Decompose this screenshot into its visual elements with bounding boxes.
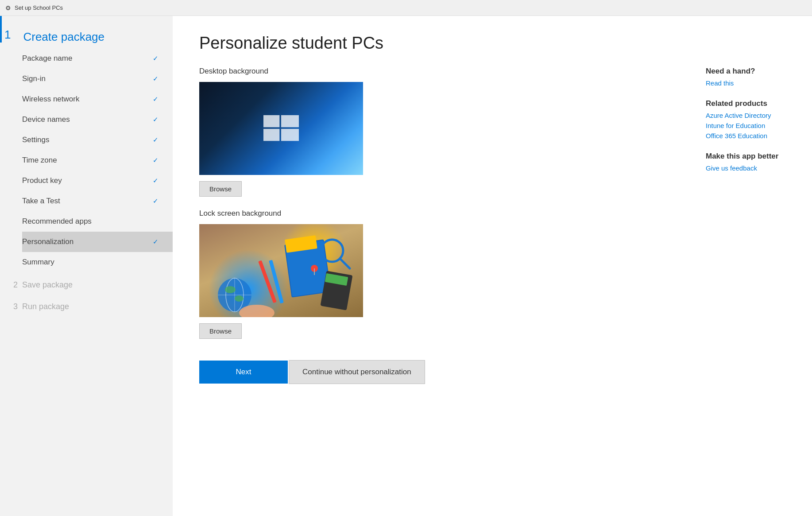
step3-label: Run package	[22, 302, 69, 311]
sidebar: 1 Create package Package name ✓ Sign-in …	[0, 16, 173, 516]
svg-point-17	[235, 295, 244, 302]
lock-bg-items-icon	[199, 224, 363, 317]
step2-header: 2 Save package	[0, 272, 173, 294]
step1-label: Create package	[14, 26, 104, 44]
sidebar-item-sign-in[interactable]: Sign-in ✓	[22, 69, 173, 89]
main-left: Desktop background	[199, 67, 679, 498]
sidebar-item-product-key[interactable]: Product key ✓	[22, 171, 173, 191]
svg-rect-19	[314, 268, 315, 275]
need-a-hand-title: Need a hand?	[706, 67, 785, 76]
app-body: 1 Create package Package name ✓ Sign-in …	[0, 16, 812, 516]
read-this-link[interactable]: Read this	[706, 79, 785, 87]
check-icon-device-names: ✓	[153, 116, 159, 124]
sidebar-item-summary[interactable]: Summary	[22, 252, 173, 272]
check-icon-wireless-network: ✓	[153, 95, 159, 103]
sidebar-item-time-zone[interactable]: Time zone ✓	[22, 150, 173, 171]
content-area: Desktop background	[199, 67, 785, 498]
step2-label: Save package	[22, 280, 73, 290]
lock-bg-image	[199, 224, 363, 317]
related-products-title: Related products	[706, 99, 785, 108]
sidebar-item-wireless-network[interactable]: Wireless network ✓	[22, 89, 173, 109]
sidebar-item-take-a-test[interactable]: Take a Test ✓	[22, 191, 173, 211]
sidebar-sub-items: Package name ✓ Sign-in ✓ Wireless networ…	[0, 48, 173, 272]
azure-active-directory-link[interactable]: Azure Active Directory	[706, 112, 785, 119]
check-icon-time-zone: ✓	[153, 156, 159, 164]
check-icon-package-name: ✓	[153, 54, 159, 62]
windows-logo-icon	[263, 115, 299, 142]
sidebar-item-device-names[interactable]: Device names ✓	[22, 109, 173, 130]
give-us-feedback-link[interactable]: Give us feedback	[706, 164, 785, 172]
lock-background-preview	[199, 224, 363, 317]
main-content: Personalize student PCs Desktop backgrou…	[173, 16, 812, 516]
active-indicator	[0, 16, 2, 43]
intune-for-education-link[interactable]: Intune for Education	[706, 122, 785, 129]
svg-point-16	[225, 286, 236, 293]
next-button[interactable]: Next	[199, 361, 288, 384]
svg-line-23	[340, 259, 350, 268]
sidebar-item-personalization[interactable]: Personalization ✓	[22, 232, 173, 252]
svg-rect-11	[269, 260, 284, 304]
step1-number: 1	[4, 28, 11, 42]
continue-without-personalization-button[interactable]: Continue without personalization	[289, 360, 425, 384]
check-icon-personalization: ✓	[153, 238, 159, 246]
svg-rect-2	[263, 129, 279, 141]
step2-number: 2	[13, 280, 18, 290]
desktop-bg-image	[199, 82, 363, 175]
step3-header: 3 Run package	[0, 294, 173, 316]
make-app-better-title: Make this app better	[706, 152, 785, 161]
sidebar-item-package-name[interactable]: Package name ✓	[22, 48, 173, 69]
bottom-bar: Next Continue without personalization	[199, 351, 679, 384]
sidebar-item-settings[interactable]: Settings ✓	[22, 130, 173, 150]
svg-rect-1	[281, 115, 299, 127]
title-bar: ⚙ Set up School PCs	[0, 0, 812, 16]
desktop-browse-button[interactable]: Browse	[199, 181, 242, 197]
page-title: Personalize student PCs	[199, 34, 785, 53]
check-icon-product-key: ✓	[153, 177, 159, 185]
step1-header[interactable]: 1 Create package	[0, 16, 173, 48]
desktop-bg-label: Desktop background	[199, 67, 679, 76]
sidebar-item-recommended-apps[interactable]: Recommended apps	[22, 211, 173, 232]
gear-icon: ⚙	[5, 4, 11, 12]
lock-bg-label: Lock screen background	[199, 209, 679, 218]
office-365-education-link[interactable]: Office 365 Education	[706, 132, 785, 140]
step3-number: 3	[13, 302, 18, 311]
check-icon-settings: ✓	[153, 136, 159, 144]
svg-rect-0	[263, 115, 279, 127]
svg-rect-3	[281, 129, 299, 141]
check-icon-take-a-test: ✓	[153, 197, 159, 205]
app-title: Set up School PCs	[15, 4, 63, 11]
lock-browse-button[interactable]: Browse	[199, 323, 242, 339]
check-icon-sign-in: ✓	[153, 75, 159, 83]
desktop-background-preview	[199, 82, 363, 175]
right-panel: Need a hand? Read this Related products …	[679, 67, 785, 498]
